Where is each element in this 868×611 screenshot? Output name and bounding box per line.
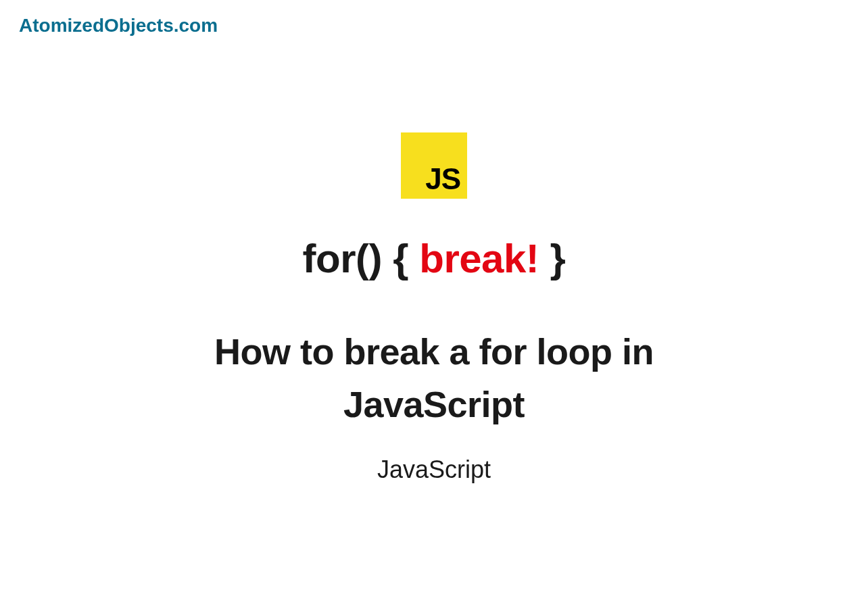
- main-content: JS for() { break! } How to break a for l…: [0, 132, 868, 484]
- article-category: JavaScript: [377, 456, 491, 484]
- article-title: How to break a for loop in JavaScript: [130, 325, 738, 431]
- site-brand[interactable]: AtomizedObjects.com: [19, 15, 218, 36]
- js-logo-text: JS: [425, 162, 460, 196]
- code-highlight: break!: [419, 236, 539, 281]
- code-prefix: for() {: [303, 236, 420, 281]
- code-snippet: for() { break! }: [303, 235, 566, 282]
- js-logo-icon: JS: [401, 132, 467, 199]
- code-suffix: }: [539, 236, 565, 281]
